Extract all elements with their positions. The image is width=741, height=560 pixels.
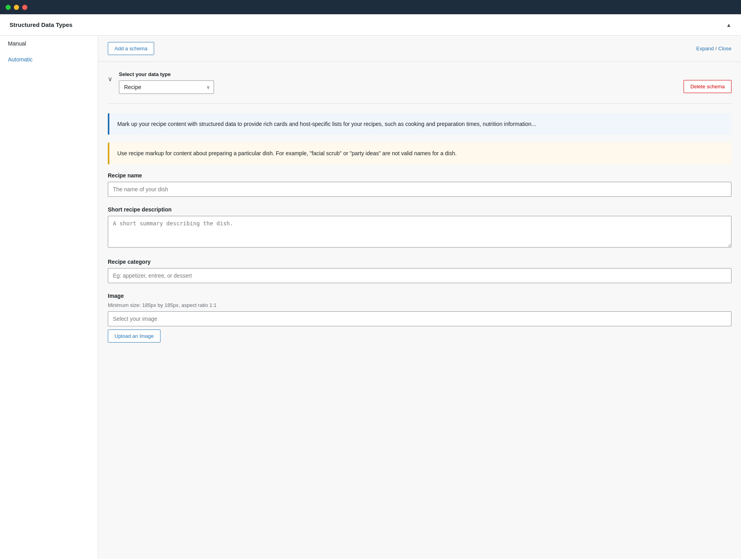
schema-type-wrapper: Select your data type Recipe Article Pro… <box>119 71 677 94</box>
add-schema-button[interactable]: Add a schema <box>108 42 154 55</box>
sidebar-item-manual-label: Manual <box>8 40 26 47</box>
info-box-yellow: Use recipe markup for content about prep… <box>108 143 731 164</box>
image-hint: Minimum size: 185px by 185px, aspect rat… <box>108 302 731 308</box>
schema-type-label: Select your data type <box>119 71 677 77</box>
panel-header: Structured Data Types ▲ <box>0 14 741 36</box>
recipe-category-label: Recipe category <box>108 259 731 265</box>
recipe-name-label: Recipe name <box>108 172 731 179</box>
recipe-name-input[interactable] <box>108 182 731 197</box>
short-description-label: Short recipe description <box>108 206 731 213</box>
upload-image-button[interactable]: Upload an Image <box>108 330 160 343</box>
recipe-category-field: Recipe category <box>108 259 731 283</box>
titlebar-dot-yellow <box>14 5 19 10</box>
panel-title: Structured Data Types <box>10 21 73 28</box>
sidebar-item-automatic[interactable]: Automatic <box>0 51 98 67</box>
sidebar: Manual Automatic <box>0 36 98 559</box>
image-label: Image <box>108 293 731 299</box>
info-box-yellow-content: Use recipe markup for content about prep… <box>109 143 464 164</box>
titlebar-dot-red <box>22 5 27 10</box>
toolbar-links: Expand / Close <box>696 46 731 51</box>
image-field: Image Minimum size: 185px by 185px, aspe… <box>108 293 731 343</box>
form-section: Recipe name Short recipe description Rec… <box>98 172 741 343</box>
schema-row: ∨ Select your data type Recipe Article P… <box>108 71 731 94</box>
titlebar <box>0 0 741 14</box>
info-box-blue-content: Mark up your recipe content with structu… <box>109 113 544 135</box>
short-description-textarea[interactable] <box>108 216 731 248</box>
close-link[interactable]: Close <box>718 46 731 51</box>
main-wrapper: Structured Data Types ▲ Manual Automatic… <box>0 14 741 560</box>
schema-type-select-wrap: Recipe Article Product FAQ HowTo Event P… <box>119 80 214 94</box>
sidebar-item-manual[interactable]: Manual <box>0 36 98 51</box>
toolbar: Add a schema Expand / Close <box>98 36 741 62</box>
info-box-blue: Mark up your recipe content with structu… <box>108 113 731 135</box>
schema-type-select[interactable]: Recipe Article Product FAQ HowTo Event P… <box>119 80 214 94</box>
expand-link[interactable]: Expand <box>696 46 714 51</box>
image-select-input[interactable] <box>108 311 731 326</box>
main-content: Add a schema Expand / Close ∨ Select you… <box>98 36 741 559</box>
titlebar-dot-green <box>6 5 11 10</box>
delete-schema-button[interactable]: Delete schema <box>684 80 731 93</box>
recipe-name-field: Recipe name <box>108 172 731 197</box>
schema-chevron-icon[interactable]: ∨ <box>108 71 113 83</box>
toolbar-separator: / <box>715 46 717 51</box>
content-area: Manual Automatic Add a schema Expand / C… <box>0 36 741 559</box>
sidebar-item-automatic-label: Automatic <box>8 56 32 63</box>
divider-top <box>108 103 731 104</box>
panel-collapse-icon[interactable]: ▲ <box>726 22 731 28</box>
recipe-category-input[interactable] <box>108 268 731 283</box>
schema-section: ∨ Select your data type Recipe Article P… <box>98 62 741 94</box>
short-description-field: Short recipe description <box>108 206 731 249</box>
